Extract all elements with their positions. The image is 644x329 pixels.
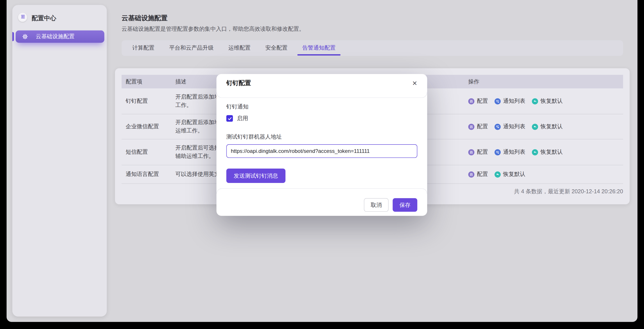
page-title: 云基础设施配置 [122, 14, 168, 23]
action-label: 配置 [477, 98, 488, 105]
action-sliders[interactable]: 配置 [468, 148, 488, 156]
enable-checkbox-row: 启用 [226, 115, 417, 122]
page-subtitle: 云基础设施配置是管理配置参数的集中入口，帮助您高效读取和修改配置。 [122, 26, 304, 33]
action-label: 配置 [477, 148, 488, 156]
robot-address-input[interactable] [226, 144, 417, 158]
gear-icon [22, 34, 28, 39]
action-label: 恢复默认 [503, 171, 525, 178]
row-actions: 配置通知列表恢复默认 [468, 148, 563, 156]
sidebar-item-cloud-infra-config[interactable]: 云基础设施配置 [16, 31, 104, 43]
action-sliders[interactable]: 配置 [468, 98, 488, 105]
row-actions: 配置恢复默认 [468, 171, 525, 178]
enable-label: 启用 [237, 115, 248, 122]
tab-计算配置[interactable]: 计算配置 [132, 40, 154, 56]
save-button[interactable]: 保存 [393, 198, 417, 212]
enable-checkbox[interactable] [226, 115, 233, 122]
modal-header-divider [216, 92, 427, 98]
tab-bar: 计算配置平台和云产品升级运维配置安全配置告警通知配置 [122, 40, 623, 56]
sidebar-title: 配置中心 [32, 15, 56, 23]
action-label: 通知列表 [503, 148, 525, 156]
config-item-name: 钉钉配置 [126, 98, 148, 105]
config-item-name: 短信配置 [126, 148, 148, 156]
close-icon[interactable]: ✕ [412, 80, 417, 86]
column-header-desc: 描述 [175, 75, 186, 89]
undo-icon [532, 98, 538, 104]
sidebar: 配置中心 云基础设施配置 [12, 5, 107, 316]
cancel-button[interactable]: 取消 [364, 198, 388, 212]
modal-body: 钉钉通知 启用 测试钉钉群机器人地址 发送测试钉钉消息 [216, 98, 427, 188]
tab-安全配置[interactable]: 安全配置 [265, 40, 288, 56]
send-test-message-button[interactable]: 发送测试钉钉消息 [226, 168, 286, 183]
sliders-icon [468, 149, 474, 155]
action-label: 恢复默认 [540, 98, 562, 105]
modal-footer-divider [216, 188, 427, 194]
dingtalk-notify-label: 钉钉通知 [226, 103, 417, 111]
notify-list-icon [494, 124, 501, 130]
row-actions: 配置通知列表恢复默认 [468, 123, 563, 130]
column-header-name: 配置项 [126, 75, 142, 89]
tab-运维配置[interactable]: 运维配置 [228, 40, 250, 56]
action-notify-list[interactable]: 通知列表 [494, 98, 525, 105]
undo-icon [532, 149, 538, 155]
dingtalk-config-modal: 钉钉配置 ✕ 钉钉通知 启用 测试钉钉群机器人地址 发送测试钉钉消息 [216, 74, 427, 216]
row-actions: 配置通知列表恢复默认 [468, 98, 563, 105]
action-notify-list[interactable]: 通知列表 [494, 148, 525, 156]
action-undo[interactable]: 恢复默认 [532, 98, 562, 105]
robot-address-label: 测试钉钉群机器人地址 [226, 133, 417, 141]
action-label: 配置 [477, 123, 488, 130]
sliders-icon [468, 124, 474, 130]
action-undo[interactable]: 恢复默认 [532, 123, 562, 130]
config-item-name: 通知语言配置 [126, 171, 159, 178]
undo-icon [532, 124, 538, 130]
sidebar-item-label: 云基础设施配置 [36, 33, 74, 41]
collapse-icon [20, 14, 25, 21]
action-label: 配置 [477, 171, 488, 178]
column-header-actions: 操作 [468, 75, 480, 89]
action-label: 通知列表 [503, 98, 525, 105]
action-undo[interactable]: 恢复默认 [532, 148, 562, 156]
app-window: 配置中心 云基础设施配置 [6, 0, 638, 322]
notify-list-icon [494, 149, 501, 155]
modal-title: 钉钉配置 [226, 79, 251, 87]
action-sliders[interactable]: 配置 [468, 171, 488, 178]
config-item-name: 企业微信配置 [126, 123, 159, 130]
modal-footer: 取消 保存 [216, 194, 427, 216]
sliders-icon [468, 171, 474, 177]
modal-header: 钉钉配置 ✕ [216, 74, 427, 92]
collapse-sidebar-button[interactable] [18, 13, 27, 22]
action-label: 恢复默认 [540, 148, 562, 156]
tab-平台和云产品升级[interactable]: 平台和云产品升级 [169, 40, 214, 56]
action-undo[interactable]: 恢复默认 [494, 171, 525, 178]
app-stage: 配置中心 云基础设施配置 [0, 0, 644, 329]
tab-告警通知配置[interactable]: 告警通知配置 [302, 40, 336, 56]
sliders-icon [468, 98, 474, 104]
undo-icon [494, 171, 501, 177]
action-label: 通知列表 [503, 123, 525, 130]
action-label: 恢复默认 [540, 123, 562, 130]
action-notify-list[interactable]: 通知列表 [494, 123, 525, 130]
action-sliders[interactable]: 配置 [468, 123, 488, 130]
sidebar-active-indicator [12, 32, 14, 41]
notify-list-icon [494, 98, 501, 104]
